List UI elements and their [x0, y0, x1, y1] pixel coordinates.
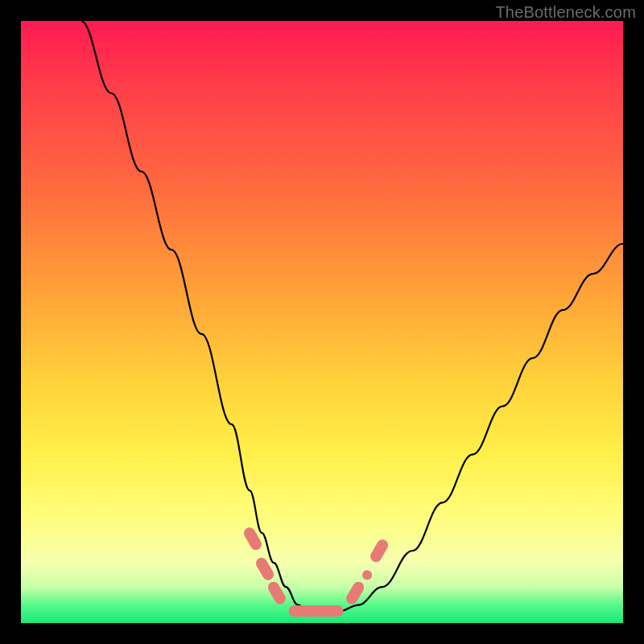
plot-area	[21, 21, 623, 623]
bottleneck-curve	[21, 21, 623, 623]
curve-marker	[345, 580, 366, 606]
watermark-text: TheBottleneck.com	[495, 3, 636, 22]
curve-marker	[289, 605, 344, 617]
curve-markers	[242, 526, 390, 617]
curve-marker	[266, 580, 287, 606]
curve-line	[81, 21, 623, 611]
curve-marker	[362, 570, 372, 580]
chart-frame: TheBottleneck.com	[0, 0, 644, 644]
curve-marker	[368, 538, 390, 564]
curve-marker	[254, 555, 275, 582]
